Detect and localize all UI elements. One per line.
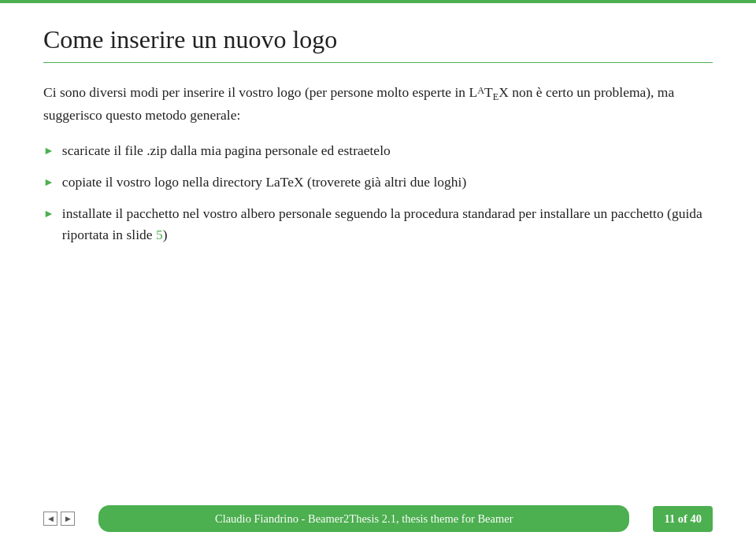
bullet-arrow-2: ►: [43, 174, 54, 190]
bullet-text-1: scaricate il file .zip dalla mia pagina …: [62, 140, 713, 161]
list-item: ► copiate il vostro logo nella directory…: [43, 172, 713, 192]
slide-title: Come inserire un nuovo logo: [43, 25, 713, 63]
top-border: [0, 0, 756, 3]
slide-content: Ci sono diversi modi per inserire il vos…: [0, 82, 756, 543]
page-indicator: 11 of 40: [653, 506, 713, 532]
slide-container: Come inserire un nuovo logo Ci sono dive…: [0, 0, 756, 543]
nav-left-button[interactable]: ◀: [43, 512, 57, 526]
list-item: ► installate il pacchetto nel vostro alb…: [43, 203, 713, 245]
footer-caption-area: Claudio Fiandrino - Beamer2Thesis 2.1, t…: [98, 505, 629, 532]
bullet-text-2: copiate il vostro logo nella directory L…: [62, 172, 713, 192]
slide-footer: ◀ ▶ Claudio Fiandrino - Beamer2Thesis 2.…: [0, 505, 756, 543]
bullet-arrow-3: ►: [43, 205, 54, 222]
nav-right-button[interactable]: ▶: [61, 512, 75, 526]
nav-left-icon: ◀: [48, 515, 54, 523]
bullet-arrow-1: ►: [43, 142, 54, 159]
slide-number-highlight: 5: [156, 227, 163, 242]
footer-caption-bar: Claudio Fiandrino - Beamer2Thesis 2.1, t…: [98, 505, 629, 532]
list-item: ► scaricate il file .zip dalla mia pagin…: [43, 140, 713, 161]
bullet-text-3: installate il pacchetto nel vostro alber…: [62, 203, 713, 245]
bullet-list: ► scaricate il file .zip dalla mia pagin…: [43, 140, 713, 245]
nav-right-icon: ▶: [65, 515, 71, 523]
intro-paragraph: Ci sono diversi modi per inserire il vos…: [43, 82, 713, 126]
footer-caption-text: Claudio Fiandrino - Beamer2Thesis 2.1, t…: [215, 512, 513, 525]
slide-header: Come inserire un nuovo logo: [0, 3, 756, 82]
footer-nav: ◀ ▶: [43, 512, 75, 526]
